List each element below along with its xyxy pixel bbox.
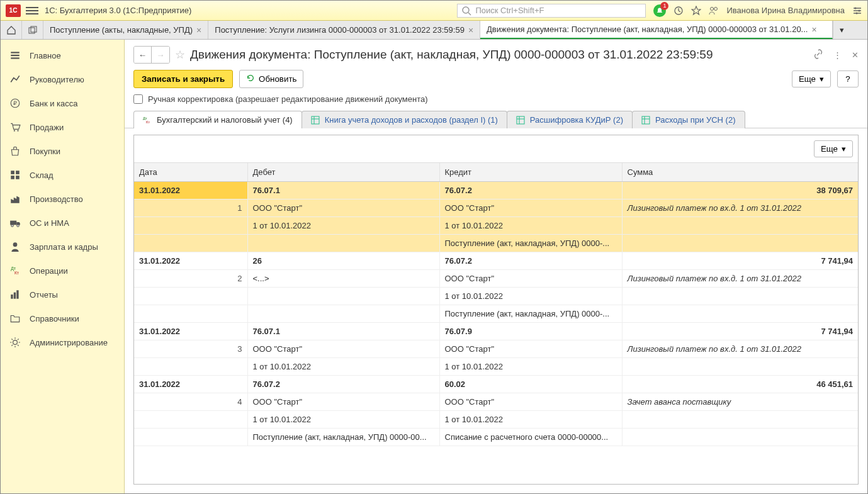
table-icon bbox=[516, 116, 525, 125]
svg-point-0 bbox=[463, 7, 469, 13]
refresh-button[interactable]: Обновить bbox=[239, 70, 303, 88]
chevron-down-icon: ▾ bbox=[842, 144, 846, 154]
refresh-icon bbox=[246, 74, 255, 84]
svg-text:₽: ₽ bbox=[13, 100, 17, 106]
app-title: 1С: Бухгалтерия 3.0 (1С:Предприятие) bbox=[45, 6, 191, 15]
svg-rect-20 bbox=[11, 171, 14, 174]
table-row[interactable]: 1 от 10.01.20221 от 10.01.2022 bbox=[134, 358, 858, 376]
tab-receipts-list[interactable]: Поступление (акты, накладные, УПД) × bbox=[43, 21, 208, 39]
table-icon bbox=[311, 116, 320, 125]
favorite-icon[interactable] bbox=[691, 6, 701, 16]
main-content: ← → ☆ Движения документа: Поступление (а… bbox=[125, 40, 867, 493]
table-row[interactable]: Поступление (акт, накладная, УПД) 0000-.… bbox=[134, 305, 858, 323]
tabs-overflow-button[interactable]: ▾ bbox=[833, 21, 850, 39]
history-icon[interactable] bbox=[674, 6, 684, 16]
close-page-icon[interactable]: ✕ bbox=[852, 50, 859, 60]
table-row[interactable]: Поступление (акт, накладная, УПД) 0000-.… bbox=[134, 235, 858, 252]
link-icon[interactable] bbox=[813, 49, 823, 61]
more-button[interactable]: Еще ▾ bbox=[792, 70, 831, 87]
home-button[interactable] bbox=[1, 21, 22, 39]
col-sum[interactable]: Сумма bbox=[622, 163, 858, 182]
register-tabs: ДтКт Бухгалтерский и налоговый учет (4) … bbox=[125, 110, 867, 128]
table-row[interactable]: 1 от 10.01.2022 bbox=[134, 288, 858, 305]
main-menu-button[interactable] bbox=[26, 5, 38, 16]
svg-rect-36 bbox=[312, 116, 319, 124]
sidebar-item-label: Операции bbox=[30, 266, 68, 276]
table-row[interactable]: 31.01.20222676.07.27 741,94 bbox=[134, 252, 858, 270]
sidebar-item-admin[interactable]: Администрирование bbox=[1, 330, 124, 354]
close-icon[interactable]: × bbox=[196, 25, 201, 35]
close-icon[interactable]: × bbox=[468, 25, 473, 35]
table-row[interactable]: 31.01.202276.07.176.07.238 709,67 bbox=[134, 182, 858, 199]
col-debit[interactable]: Дебет bbox=[247, 163, 439, 182]
sidebar-item-assets[interactable]: ОС и НМА bbox=[1, 211, 124, 235]
settings-icon[interactable] bbox=[852, 6, 862, 16]
sidebar-item-production[interactable]: Производство bbox=[1, 187, 124, 211]
back-button[interactable]: ← bbox=[134, 47, 152, 63]
tab-receipt-document[interactable]: Поступление: Услуги лизинга 0000-000003 … bbox=[208, 21, 480, 39]
sidebar-item-label: Зарплата и кадры bbox=[30, 242, 98, 252]
basket-icon bbox=[9, 145, 21, 157]
sidebar-item-main[interactable]: Главное bbox=[1, 43, 124, 67]
notifications-button[interactable]: 1 bbox=[653, 4, 666, 17]
more-menu-icon[interactable]: ⋮ bbox=[833, 50, 842, 60]
svg-point-3 bbox=[711, 7, 714, 10]
col-credit[interactable]: Кредит bbox=[439, 163, 622, 182]
table-row[interactable]: Поступление (акт, накладная, УПД) 0000-0… bbox=[134, 429, 858, 446]
svg-rect-12 bbox=[31, 26, 37, 32]
sidebar-item-purchases[interactable]: Покупки bbox=[1, 139, 124, 163]
subtab-usn-expenses[interactable]: Расходы при УСН (2) bbox=[632, 111, 745, 128]
sidebar-item-warehouse[interactable]: Склад bbox=[1, 163, 124, 187]
windows-button[interactable] bbox=[22, 21, 43, 39]
sidebar-item-catalogs[interactable]: Справочники bbox=[1, 306, 124, 330]
table-row[interactable]: 1 от 10.01.20221 от 10.01.2022 bbox=[134, 217, 858, 235]
table-row[interactable]: 4ООО "Старт"ООО "Старт"Зачет аванса пост… bbox=[134, 393, 858, 411]
user-name[interactable]: Иванова Ирина Владимировна bbox=[726, 6, 845, 15]
more-label: Еще bbox=[799, 74, 816, 84]
close-icon[interactable]: × bbox=[811, 25, 816, 35]
help-button[interactable]: ? bbox=[837, 70, 859, 87]
forward-button[interactable]: → bbox=[152, 47, 169, 63]
navigation-sidebar: Главное Руководителю ₽Банк и касса Прода… bbox=[1, 40, 125, 493]
table-row[interactable]: 2<...>ООО "Старт"Лизинговый платеж по вх… bbox=[134, 270, 858, 288]
sidebar-item-reports[interactable]: Отчеты bbox=[1, 283, 124, 306]
manual-edit-checkbox[interactable] bbox=[133, 94, 143, 104]
table-row[interactable]: 3ООО "Старт"ООО "Старт"Лизинговый платеж… bbox=[134, 340, 858, 358]
records-grid[interactable]: Дата Дебет Кредит Сумма 31.01.202276.07.… bbox=[134, 163, 858, 484]
cart-icon bbox=[9, 121, 21, 133]
col-date[interactable]: Дата bbox=[134, 163, 247, 182]
folder-icon bbox=[9, 313, 21, 324]
subtab-accounting[interactable]: ДтКт Бухгалтерский и налоговый учет (4) bbox=[133, 111, 302, 128]
table-row[interactable]: 31.01.202276.07.176.07.97 741,94 bbox=[134, 323, 858, 340]
table-icon bbox=[641, 116, 650, 125]
manual-edit-row: Ручная корректировка (разрешает редактир… bbox=[125, 94, 867, 110]
global-search-input[interactable]: Поиск Ctrl+Shift+F bbox=[457, 4, 646, 18]
sidebar-item-label: Склад bbox=[30, 171, 54, 180]
window-tabs-bar: Поступление (акты, накладные, УПД) × Пос… bbox=[1, 21, 867, 40]
page-header: ← → ☆ Движения документа: Поступление (а… bbox=[125, 40, 867, 67]
sidebar-item-sales[interactable]: Продажи bbox=[1, 115, 124, 139]
tab-document-movements[interactable]: Движения документа: Поступление (акт, на… bbox=[480, 21, 833, 39]
sidebar-item-bank[interactable]: ₽Банк и касса bbox=[1, 91, 124, 115]
sidebar-item-salary[interactable]: Зарплата и кадры bbox=[1, 235, 124, 259]
sidebar-item-label: Отчеты bbox=[30, 290, 58, 300]
sidebar-item-label: Главное bbox=[30, 51, 61, 60]
favorite-toggle[interactable]: ☆ bbox=[175, 48, 185, 62]
sidebar-item-operations[interactable]: ДтКтОперации bbox=[1, 259, 124, 283]
sidebar-item-label: Банк и касса bbox=[30, 99, 78, 108]
sidebar-item-manager[interactable]: Руководителю bbox=[1, 67, 124, 91]
gear-icon bbox=[9, 337, 21, 348]
person-icon bbox=[9, 241, 21, 252]
svg-rect-42 bbox=[642, 116, 650, 124]
subtab-kudir-detail[interactable]: Расшифровка КУДиР (2) bbox=[507, 111, 633, 128]
save-close-button[interactable]: Записать и закрыть bbox=[133, 70, 233, 88]
subtab-label: Расшифровка КУДиР (2) bbox=[530, 115, 623, 125]
grid-more-button[interactable]: Еще ▾ bbox=[814, 140, 853, 157]
sidebar-item-label: ОС и НМА bbox=[30, 218, 69, 228]
subtab-kudir-section1[interactable]: Книга учета доходов и расходов (раздел I… bbox=[302, 111, 507, 128]
table-row[interactable]: 1 от 10.01.20221 от 10.01.2022 bbox=[134, 411, 858, 429]
table-row[interactable]: 1ООО "Старт"ООО "Старт"Лизинговый платеж… bbox=[134, 199, 858, 217]
table-row[interactable]: 31.01.202276.07.260.0246 451,61 bbox=[134, 376, 858, 393]
tab-label: Поступление (акты, накладные, УПД) bbox=[50, 25, 193, 35]
users-icon[interactable] bbox=[709, 6, 719, 16]
